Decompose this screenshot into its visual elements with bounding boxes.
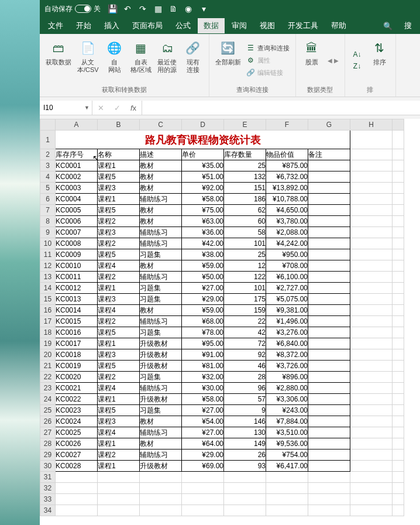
cell-qty[interactable]: 25 xyxy=(224,249,266,260)
empty-cell[interactable] xyxy=(393,216,404,227)
from-web-button[interactable]: 🌐 自 网站 xyxy=(102,36,127,84)
empty-cell[interactable] xyxy=(393,316,404,327)
cell-value[interactable]: ¥8,372.00 xyxy=(266,349,308,361)
from-table-button[interactable]: ▦ 自表 格/区域 xyxy=(128,36,154,84)
empty-cell[interactable] xyxy=(393,472,404,483)
cell-desc[interactable]: 升级教材 xyxy=(140,461,182,472)
empty-cell[interactable] xyxy=(140,494,182,505)
cell-value[interactable]: ¥3,726.00 xyxy=(266,361,308,372)
grid-icon[interactable]: ▦ xyxy=(153,4,163,13)
cell-name[interactable]: 课程4 xyxy=(98,305,140,316)
empty-cell[interactable] xyxy=(182,472,224,483)
empty-cell[interactable] xyxy=(56,494,98,505)
empty-cell[interactable] xyxy=(140,505,182,516)
empty-cell[interactable] xyxy=(393,494,404,505)
empty-cell[interactable] xyxy=(350,383,393,394)
empty-cell[interactable] xyxy=(350,171,393,183)
menu-help[interactable]: 帮助 xyxy=(325,18,352,33)
cell-remark[interactable] xyxy=(308,216,350,227)
recent-sources-button[interactable]: 🗂 最近使 用的源 xyxy=(155,36,180,84)
properties-button[interactable]: ⚙属性 xyxy=(245,55,292,66)
menu-home[interactable]: 开始 xyxy=(70,18,97,33)
cell-desc[interactable]: 教材 xyxy=(140,171,182,183)
cell-price[interactable]: ¥27.00 xyxy=(182,427,224,438)
cell-name[interactable]: 课程1 xyxy=(98,438,140,449)
cell-id[interactable]: KC0008 xyxy=(56,238,98,249)
empty-cell[interactable] xyxy=(350,194,393,205)
sheet-area[interactable]: ABCDEFGH1 路凡教育课程物资统计表 2 库存序号 名称 描述 单价 库存… xyxy=(40,119,420,525)
cell-price[interactable]: ¥69.00 xyxy=(182,461,224,472)
select-all-corner[interactable] xyxy=(40,119,56,131)
chevron-nav[interactable]: ◀ ▶ xyxy=(325,36,341,84)
cell-name[interactable]: 课程3 xyxy=(98,227,140,238)
row-header[interactable]: 7 xyxy=(40,205,56,216)
cell-price[interactable]: ¥95.00 xyxy=(182,338,224,349)
cell-value[interactable]: ¥6,732.00 xyxy=(266,171,308,183)
cell-qty[interactable]: 9 xyxy=(224,405,266,416)
cell-id[interactable]: KC0025 xyxy=(56,427,98,438)
empty-cell[interactable] xyxy=(393,194,404,205)
empty-cell[interactable] xyxy=(182,494,224,505)
row-header[interactable]: 24 xyxy=(40,394,56,405)
cell-desc[interactable]: 教材 xyxy=(140,205,182,216)
cell-value[interactable]: ¥2,727.00 xyxy=(266,283,308,294)
cell-price[interactable]: ¥29.00 xyxy=(182,449,224,461)
cell-id[interactable]: KC0023 xyxy=(56,405,98,416)
cell-desc[interactable]: 辅助练习 xyxy=(140,427,182,438)
row-header[interactable]: 1 xyxy=(40,131,56,149)
cell-price[interactable]: ¥59.00 xyxy=(182,260,224,272)
cell-name[interactable]: 课程1 xyxy=(98,338,140,349)
camera-icon[interactable]: ◉ xyxy=(184,4,193,13)
empty-cell[interactable] xyxy=(393,205,404,216)
row-header[interactable]: 16 xyxy=(40,305,56,316)
empty-cell[interactable] xyxy=(350,438,393,449)
cell-remark[interactable] xyxy=(308,272,350,283)
cell-remark[interactable] xyxy=(308,194,350,205)
cell-desc[interactable]: 辅助练习 xyxy=(140,238,182,249)
cell-qty[interactable]: 101 xyxy=(224,238,266,249)
fx-icon[interactable]: fx xyxy=(125,104,142,112)
empty-cell[interactable] xyxy=(350,338,393,349)
cell-name[interactable]: 课程2 xyxy=(98,216,140,227)
cell-remark[interactable] xyxy=(308,427,350,438)
empty-cell[interactable] xyxy=(350,160,393,171)
cell-remark[interactable] xyxy=(308,183,350,194)
cell-id[interactable]: KC0004 xyxy=(56,194,98,205)
cell-value[interactable]: ¥6,417.00 xyxy=(266,461,308,472)
empty-cell[interactable] xyxy=(350,149,393,160)
cell-remark[interactable] xyxy=(308,249,350,260)
cell-remark[interactable] xyxy=(308,361,350,372)
col-header-H[interactable]: H xyxy=(350,119,393,131)
empty-cell[interactable] xyxy=(393,327,404,338)
cell-id[interactable]: KC0027 xyxy=(56,449,98,461)
cell-qty[interactable]: 42 xyxy=(224,327,266,338)
cell-id[interactable]: KC0018 xyxy=(56,349,98,361)
cell-qty[interactable]: 186 xyxy=(224,194,266,205)
empty-cell[interactable] xyxy=(393,305,404,316)
cell-value[interactable]: ¥9,536.00 xyxy=(266,438,308,449)
table-header[interactable]: 备注 xyxy=(308,149,350,160)
col-header-E[interactable]: E xyxy=(224,119,266,131)
cell-desc[interactable]: 辅助练习 xyxy=(140,194,182,205)
cell-remark[interactable] xyxy=(308,294,350,305)
cell-price[interactable]: ¥92.00 xyxy=(182,183,224,194)
cell-qty[interactable]: 60 xyxy=(224,216,266,227)
cell-remark[interactable] xyxy=(308,171,350,183)
formula-input[interactable] xyxy=(142,101,420,115)
empty-cell[interactable] xyxy=(140,472,182,483)
cell-desc[interactable]: 升级教材 xyxy=(140,349,182,361)
save-icon[interactable]: 💾 xyxy=(108,4,117,13)
cell-remark[interactable] xyxy=(308,305,350,316)
menu-view[interactable]: 视图 xyxy=(254,18,281,33)
sort-button[interactable]: ⇅ 排序 xyxy=(367,36,392,84)
cell-qty[interactable]: 12 xyxy=(224,260,266,272)
cell-id[interactable]: KC0006 xyxy=(56,216,98,227)
empty-cell[interactable] xyxy=(350,316,393,327)
row-header[interactable]: 32 xyxy=(40,483,56,494)
cell-value[interactable]: ¥3,306.00 xyxy=(266,394,308,405)
cell-id[interactable]: KC0002 xyxy=(56,171,98,183)
cell-qty[interactable]: 132 xyxy=(224,171,266,183)
cell-id[interactable]: KC0024 xyxy=(56,416,98,427)
empty-cell[interactable] xyxy=(393,372,404,383)
row-header[interactable]: 34 xyxy=(40,505,56,516)
